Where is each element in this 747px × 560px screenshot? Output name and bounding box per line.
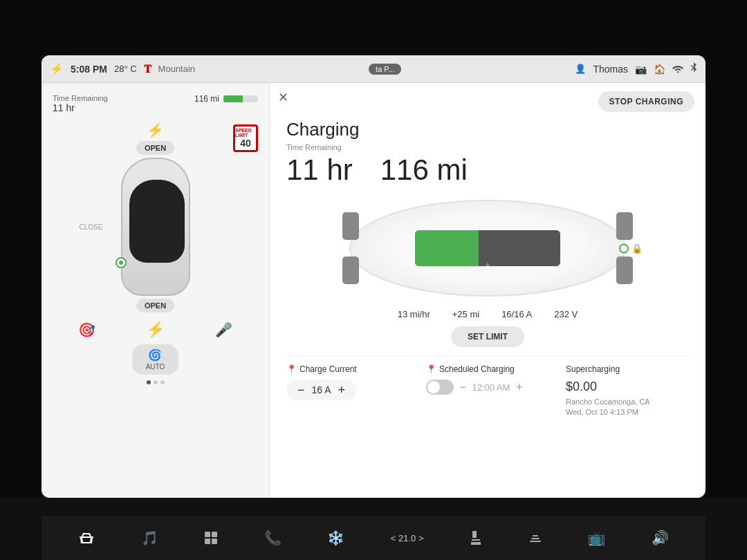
speed-limit-sign: SPEED LIMIT 40 <box>233 124 258 152</box>
car-controls-row: 🎯 ⚡ 🎤 <box>53 321 258 339</box>
wifi-icon[interactable] <box>672 63 683 75</box>
target-icon[interactable]: 🎯 <box>78 321 95 338</box>
status-time: 5:08 PM <box>71 64 107 75</box>
status-temp: 28° C <box>114 64 137 74</box>
time-remaining-val-small: 11 hr <box>53 102 108 113</box>
taskbar-seat-icon[interactable] <box>470 531 482 545</box>
charge-current-stat: 16/16 A <box>501 309 532 319</box>
svg-rect-2 <box>205 539 210 544</box>
status-bar-center: ta P... <box>195 64 575 75</box>
charging-range-value: 116 mi <box>380 156 468 185</box>
svg-rect-3 <box>212 539 217 544</box>
stop-charging-button[interactable]: STOP CHARGING <box>598 91 694 112</box>
svg-rect-5 <box>531 538 540 539</box>
schedule-icon: 📍 <box>426 364 436 374</box>
lightning-icon[interactable]: ⚡ <box>146 321 165 339</box>
taskbar-screen-icon[interactable]: 📺 <box>588 530 605 546</box>
increase-schedule-button[interactable]: + <box>514 381 524 393</box>
charge-port-dot <box>119 261 123 265</box>
charging-time-value: 11 hr <box>286 156 353 185</box>
left-panel: Time Remaining 11 hr 116 mi ⚡ SPEED LIMI… <box>42 83 270 498</box>
tesla-logo: 𝐓 <box>144 63 151 75</box>
taskbar-car-icon[interactable] <box>78 532 95 544</box>
car-roof <box>129 180 185 263</box>
scheduled-charging-section: 📍 Scheduled Charging − 12:00 AM + <box>426 364 549 418</box>
supercharging-location: Rancho Cucamonga, CA Wed, Oct 10 4:13 PM <box>566 397 689 418</box>
wheel-br <box>616 256 633 284</box>
charging-bolt-left: ⚡ <box>147 122 164 138</box>
dot-2 <box>154 380 158 384</box>
current-value: 16 A <box>312 384 331 395</box>
main-content: Time Remaining 11 hr 116 mi ⚡ SPEED LIMI… <box>42 83 706 498</box>
charge-current-icon: 📍 <box>286 364 297 374</box>
right-panel: ✕ STOP CHARGING Charging Time Remaining … <box>270 83 706 498</box>
user-icon: 👤 <box>575 64 586 74</box>
dot-1 <box>147 380 151 384</box>
charge-added-stat: +25 mi <box>452 309 479 319</box>
camera-icon[interactable]: 📷 <box>635 64 647 75</box>
taskbar-volume-icon[interactable]: 🔊 <box>652 530 669 546</box>
close-label: CLOSE <box>80 223 103 231</box>
schedule-time-row: − 12:00 AM + <box>426 380 549 395</box>
frunk-open-button[interactable]: OPEN <box>136 299 174 312</box>
home-icon[interactable]: 🏠 <box>654 64 665 75</box>
set-limit-button[interactable]: SET LIMIT <box>451 326 524 347</box>
battery-arrow: ▲ <box>484 260 491 266</box>
charging-bottom: 📍 Charge Current − 16 A + 📍 Scheduled Ch… <box>286 355 689 418</box>
user-name: Thomas <box>593 64 628 75</box>
time-remaining-label: Time Remaining <box>286 143 689 151</box>
charge-speed-stat: 13 mi/hr <box>398 309 430 319</box>
svg-rect-6 <box>533 535 538 536</box>
dot-3 <box>160 380 165 384</box>
bluetooth-icon[interactable] <box>690 62 697 75</box>
speed-limit-value: 40 <box>240 138 251 149</box>
taskbar-heat-icon[interactable] <box>528 531 542 545</box>
wiper-button[interactable]: 🌀 AUTO <box>132 344 179 375</box>
svg-rect-0 <box>205 532 210 537</box>
speed-limit-label: SPEED LIMIT <box>235 128 256 138</box>
svg-rect-1 <box>212 532 217 537</box>
battery-diagram: ▲ 🔒 <box>286 193 689 304</box>
range-bar <box>223 95 258 102</box>
taskbar-phone-icon[interactable]: 📞 <box>264 530 282 546</box>
supercharging-title: Supercharging <box>566 364 689 374</box>
ui-container: ⚡ 5:08 PM 28° C 𝐓 Mountain ta P... 👤 Tho… <box>42 55 706 498</box>
taskbar-music-icon[interactable]: 🎵 <box>141 530 158 546</box>
decrease-current-button[interactable]: − <box>296 384 306 396</box>
lock-icon: 🔒 <box>631 243 643 254</box>
range-bar-container: 116 mi <box>194 94 258 104</box>
svg-rect-4 <box>530 541 541 542</box>
battery-pack: ▲ <box>415 230 560 266</box>
charge-port[interactable] <box>116 257 127 268</box>
charging-stats-row: 11 hr 116 mi <box>286 156 689 185</box>
bg-top <box>0 0 747 55</box>
taskbar-fan-icon[interactable]: ❄️ <box>327 530 344 546</box>
wheel-tl <box>342 212 359 240</box>
location-label: Mountain <box>158 64 195 74</box>
battery-charged-portion <box>415 230 479 266</box>
wheel-tr <box>616 212 633 240</box>
connector-dot <box>619 243 629 253</box>
taskbar-temp-control[interactable]: < 21.0 > <box>391 533 424 543</box>
taskbar: 🎵 📞 ❄️ < 21.0 > 📺 🔊 <box>42 516 706 560</box>
time-remaining-label-small: Time Remaining <box>53 94 108 102</box>
wheel-bl <box>342 256 359 284</box>
mic-icon[interactable]: 🎤 <box>215 321 232 338</box>
charging-title: Charging <box>286 119 689 140</box>
schedule-toggle[interactable] <box>426 380 454 395</box>
decrease-schedule-button[interactable]: − <box>458 381 468 393</box>
increase-current-button[interactable]: + <box>337 384 347 396</box>
charging-stats-bottom: 13 mi/hr +25 mi 16/16 A 232 V <box>286 309 689 319</box>
supercharging-price: $0.00 <box>566 380 689 394</box>
taskbar-apps-icon[interactable] <box>204 531 218 545</box>
status-bar: ⚡ 5:08 PM 28° C 𝐓 Mountain ta P... 👤 Tho… <box>42 55 706 83</box>
charge-voltage-stat: 232 V <box>554 309 578 319</box>
current-control: − 16 A + <box>286 380 356 400</box>
tab-active[interactable]: ta P... <box>369 64 401 75</box>
bg-right <box>706 55 747 498</box>
close-button[interactable]: ✕ <box>278 91 288 104</box>
charge-connector: 🔒 <box>619 243 643 254</box>
dash-icon: ⚡ <box>50 62 64 75</box>
trunk-open-button[interactable]: OPEN <box>136 141 174 155</box>
charge-current-title: 📍 Charge Current <box>286 364 409 374</box>
